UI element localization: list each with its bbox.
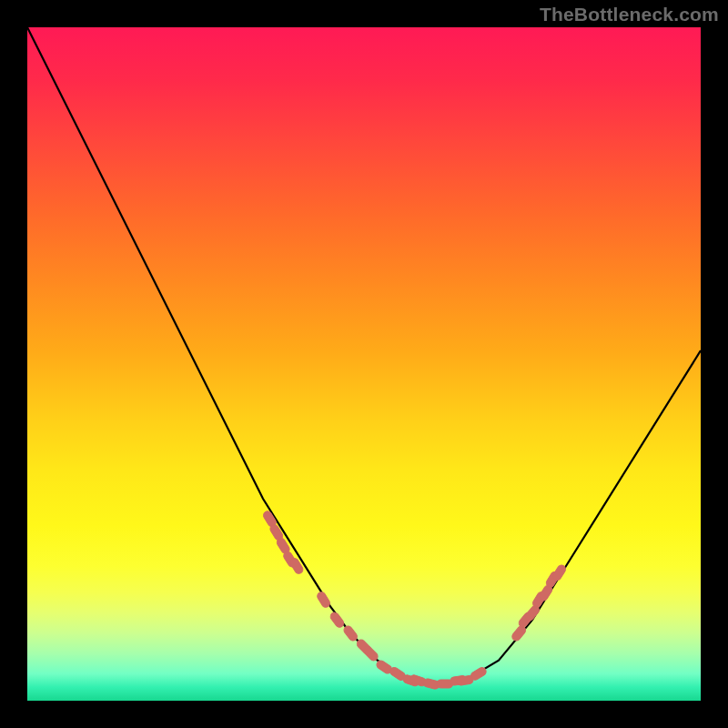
marker-point — [342, 624, 359, 642]
curve-svg — [27, 27, 701, 701]
chart-frame: TheBottleneck.com — [0, 0, 728, 728]
bottleneck-curve — [27, 27, 701, 684]
marker-point — [470, 666, 488, 682]
plot-area — [27, 27, 701, 701]
marker-point — [362, 645, 379, 662]
marker-group — [262, 510, 567, 690]
marker-point — [316, 591, 331, 609]
marker-point — [329, 611, 345, 629]
watermark-text: TheBottleneck.com — [540, 4, 719, 25]
